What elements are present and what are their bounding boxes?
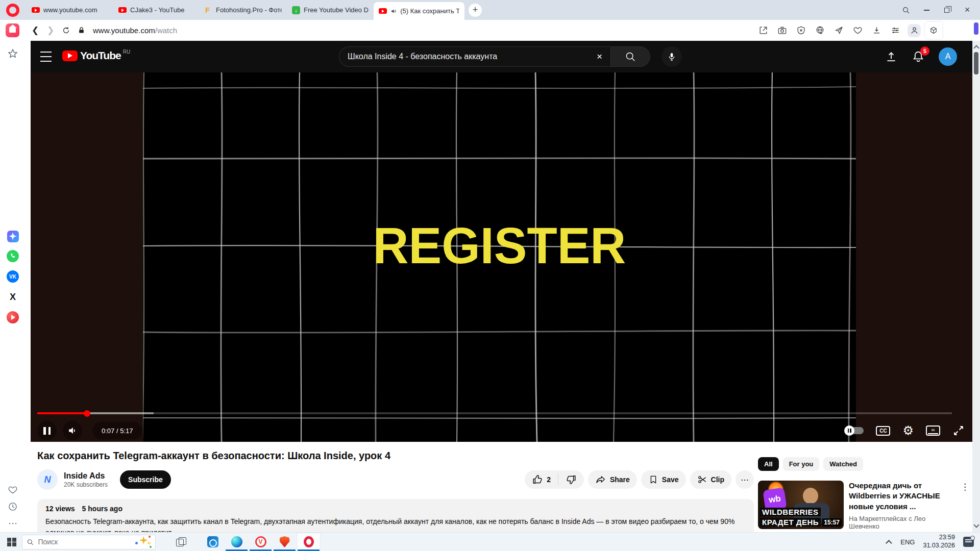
voice-search-button[interactable] (662, 46, 682, 67)
volume-button[interactable] (63, 421, 82, 440)
vk-icon[interactable]: VK (6, 270, 19, 283)
save-button[interactable]: Save (641, 470, 686, 489)
adblock-shield-icon[interactable] (794, 24, 807, 37)
miniplayer-icon[interactable]: ›‹ (926, 425, 940, 436)
scroll-down-arrow[interactable] (973, 522, 979, 528)
guide-menu-icon[interactable] (40, 52, 52, 62)
subtitles-button[interactable]: CC (876, 426, 890, 436)
channel-avatar[interactable]: N (37, 469, 58, 490)
scroll-up-arrow[interactable] (973, 45, 979, 51)
new-tab-button[interactable]: + (469, 4, 482, 17)
history-clock-icon[interactable] (6, 500, 19, 513)
settings-sliders-icon[interactable] (889, 24, 902, 37)
profile-icon[interactable] (908, 24, 921, 37)
whatsapp-icon[interactable] (6, 249, 19, 263)
mic-icon (667, 52, 677, 62)
like-button[interactable]: 2 (525, 474, 558, 485)
sidebar-more-icon[interactable]: ⋯ (6, 517, 19, 530)
chip-all[interactable]: All (758, 457, 779, 471)
send-to-device-icon[interactable] (832, 24, 845, 37)
more-actions-button[interactable]: ⋯ (736, 470, 754, 489)
page-scrollbar[interactable] (972, 41, 980, 532)
tab-free-downloader[interactable]: ↓ Free Youtube Video Down (287, 0, 374, 20)
taskbar-search[interactable] (22, 535, 156, 549)
tray-expand-icon[interactable] (886, 540, 892, 546)
thumb-up-icon (532, 474, 543, 485)
related-video-item[interactable]: wb WILDBERRIES КРАДЕТ ДЕНЬ 15:57 Очередн… (758, 481, 972, 532)
speed-dial-home-icon[interactable] (6, 23, 19, 37)
copilot-sparkle-icon (134, 536, 151, 548)
related-video-title[interactable]: Очередная дичь от Wildberries и УЖАСНЫЕ … (849, 481, 956, 512)
chip-watched[interactable]: Watched (823, 457, 863, 471)
opera-menu-icon[interactable] (6, 4, 19, 17)
taskbar-outlook[interactable] (201, 533, 225, 551)
aria-ai-icon[interactable] (6, 230, 19, 243)
scrollbar-thumb[interactable] (974, 52, 978, 74)
language-indicator[interactable]: ENG (900, 538, 915, 546)
related-thumbnail[interactable]: wb WILDBERRIES КРАДЕТ ДЕНЬ 15:57 (758, 481, 844, 529)
channel-info[interactable]: Inside Ads 20K subscribers (64, 471, 108, 488)
search-clear-icon[interactable]: × (595, 51, 604, 62)
upload-date: 5 hours ago (82, 505, 122, 513)
favorites-heart-icon[interactable] (6, 483, 19, 496)
chip-for-you[interactable]: For you (783, 457, 820, 471)
search-input[interactable] (348, 52, 595, 61)
description-box[interactable]: 12 views 5 hours ago Безопасность Telegr… (37, 499, 754, 532)
search-button[interactable] (610, 46, 650, 67)
player-settings-icon[interactable]: ⚙ (902, 424, 914, 437)
related-channel-name[interactable]: На Маркетплейсах с Лео Шевченко (849, 515, 956, 530)
downloads-icon[interactable] (870, 24, 883, 37)
reload-button[interactable] (58, 23, 74, 38)
video-frame[interactable]: REGISTER (143, 72, 856, 442)
dislike-button[interactable] (558, 474, 584, 485)
video-player[interactable]: REGISTER 0:07 / 5:17 CC ⚙ ›‹ (31, 72, 972, 442)
pause-button[interactable] (37, 421, 57, 440)
taskbar-edge[interactable] (225, 533, 249, 551)
notifications-bell[interactable]: 5 (912, 50, 925, 63)
lock-icon[interactable] (74, 23, 89, 38)
snapshot-camera-icon[interactable] (775, 24, 789, 37)
start-button[interactable] (7, 538, 16, 546)
scrollbar-accent[interactable] (974, 22, 978, 35)
youtube-logo[interactable]: YouTube RU (62, 49, 130, 62)
tab-cjake3[interactable]: CJake3 - YouTube (113, 0, 200, 20)
subscribe-button[interactable]: Subscribe (120, 470, 171, 489)
minimize-button[interactable] (920, 4, 933, 17)
workspace-star-icon[interactable] (6, 47, 19, 60)
forward-button[interactable]: ❯ (43, 23, 58, 38)
x-twitter-icon[interactable]: X (6, 290, 19, 304)
tab-youtube-home[interactable]: www.youtube.com (27, 0, 113, 20)
progress-bar[interactable] (37, 412, 952, 414)
vpn-globe-icon[interactable] (813, 24, 826, 37)
taskbar-vivaldi[interactable]: V (249, 533, 273, 551)
action-center-icon[interactable] (963, 537, 974, 547)
thumbnail-text: WILDBERRIES (760, 508, 821, 516)
share-button[interactable]: Share (588, 470, 637, 489)
close-button[interactable]: × (961, 4, 974, 17)
url-field[interactable]: www.youtube.com/watch (93, 26, 177, 35)
tab-active-video[interactable]: (5) Как сохранить Tele (374, 2, 464, 20)
taskbar-brave[interactable] (273, 533, 297, 551)
taskbar-opera[interactable] (297, 533, 321, 551)
related-kebab-menu[interactable]: ⋮ (961, 482, 969, 492)
bookmark-heart-icon[interactable] (851, 24, 864, 37)
clip-button[interactable]: Clip (690, 470, 731, 489)
tab-search-icon[interactable] (899, 4, 913, 17)
tab-fotohosting[interactable]: F Fotohosting.Pro - Фотохо (200, 0, 287, 20)
restore-button[interactable] (940, 4, 953, 17)
back-button[interactable]: ❮ (28, 23, 43, 38)
browser-tab-bar: www.youtube.com CJake3 - YouTube F Fotoh… (0, 0, 980, 20)
extensions-panel[interactable] (925, 22, 942, 39)
upload-icon[interactable] (885, 50, 898, 63)
autoplay-toggle[interactable] (845, 427, 864, 434)
subscriber-count: 20K subscribers (64, 481, 108, 488)
player-icon[interactable] (6, 311, 19, 324)
share-page-icon[interactable] (756, 24, 770, 37)
scrubber-handle[interactable] (84, 410, 90, 417)
taskbar-search-input[interactable] (38, 538, 130, 546)
fullscreen-icon[interactable] (952, 424, 965, 437)
account-avatar[interactable]: A (939, 47, 957, 66)
taskbar-clock[interactable]: 23:59 31.03.2026 (923, 534, 955, 549)
channel-name[interactable]: Inside Ads (64, 471, 108, 481)
task-view-icon[interactable] (176, 537, 186, 546)
